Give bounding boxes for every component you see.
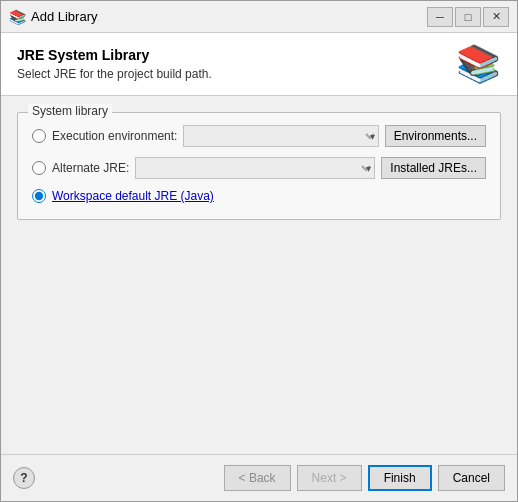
group-label: System library — [28, 104, 112, 118]
close-button[interactable]: ✕ — [483, 7, 509, 27]
exec-env-dropdown-wrapper — [183, 125, 378, 147]
alt-jre-row: Alternate JRE: Installed JREs... — [32, 157, 486, 179]
footer-left: ? — [13, 467, 35, 489]
title-bar: 📚 Add Library ─ □ ✕ — [1, 1, 517, 33]
header-text: JRE System Library Select JRE for the pr… — [17, 47, 212, 81]
system-library-group: System library Execution environment: En… — [17, 112, 501, 220]
environments-button[interactable]: Environments... — [385, 125, 486, 147]
alt-jre-radio[interactable] — [32, 161, 46, 175]
finish-button[interactable]: Finish — [368, 465, 432, 491]
header-icon: 📚 — [456, 43, 501, 85]
workspace-default-label[interactable]: Workspace default JRE (Java) — [52, 189, 214, 203]
cancel-button[interactable]: Cancel — [438, 465, 505, 491]
next-button[interactable]: Next > — [297, 465, 362, 491]
maximize-button[interactable]: □ — [455, 7, 481, 27]
content-area: System library Execution environment: En… — [1, 96, 517, 454]
title-bar-left: 📚 Add Library — [9, 9, 97, 25]
exec-env-row: Execution environment: Environments... — [32, 125, 486, 147]
alt-jre-label: Alternate JRE: — [52, 161, 129, 175]
title-controls: ─ □ ✕ — [427, 7, 509, 27]
minimize-button[interactable]: ─ — [427, 7, 453, 27]
alt-jre-dropdown-wrapper — [135, 157, 375, 179]
alt-jre-dropdown[interactable] — [135, 157, 375, 179]
exec-env-radio[interactable] — [32, 129, 46, 143]
dialog-title: JRE System Library — [17, 47, 212, 63]
workspace-default-row: Workspace default JRE (Java) — [32, 189, 486, 203]
window-icon: 📚 — [9, 9, 25, 25]
footer-right: < Back Next > Finish Cancel — [224, 465, 505, 491]
back-button[interactable]: < Back — [224, 465, 291, 491]
window-title: Add Library — [31, 9, 97, 24]
add-library-dialog: 📚 Add Library ─ □ ✕ JRE System Library S… — [0, 0, 518, 502]
workspace-default-radio[interactable] — [32, 189, 46, 203]
footer: ? < Back Next > Finish Cancel — [1, 454, 517, 501]
installed-jres-button[interactable]: Installed JREs... — [381, 157, 486, 179]
dialog-subtitle: Select JRE for the project build path. — [17, 67, 212, 81]
header-section: JRE System Library Select JRE for the pr… — [1, 33, 517, 96]
exec-env-label: Execution environment: — [52, 129, 177, 143]
exec-env-dropdown[interactable] — [183, 125, 378, 147]
help-button[interactable]: ? — [13, 467, 35, 489]
